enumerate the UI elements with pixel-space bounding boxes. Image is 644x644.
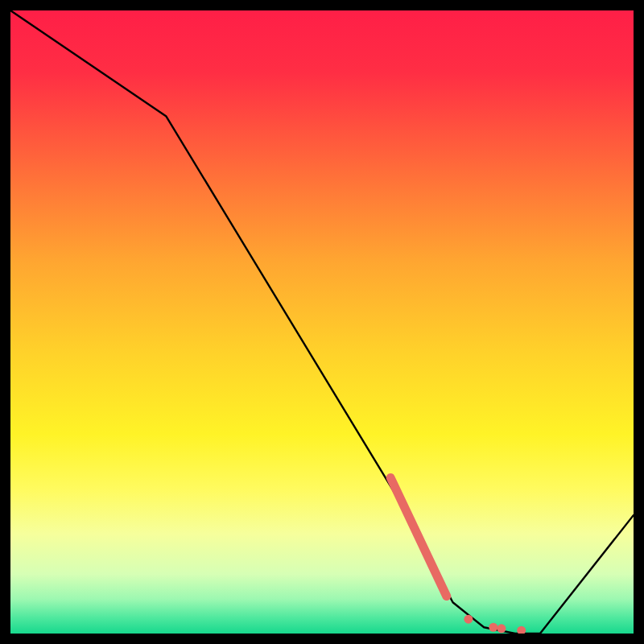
highlight-dot bbox=[497, 624, 506, 633]
chart-frame: TheBottleneck.com bbox=[10, 10, 634, 634]
highlight-dot bbox=[464, 615, 473, 624]
gradient-background bbox=[10, 10, 634, 634]
bottleneck-chart bbox=[10, 10, 634, 634]
highlight-dot bbox=[489, 623, 497, 632]
